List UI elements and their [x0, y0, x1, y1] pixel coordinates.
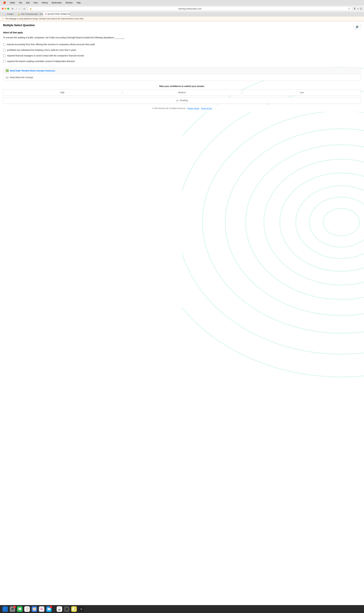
read-concept-label: Read About the Concept [10, 76, 33, 79]
svg-point-2 [296, 186, 364, 258]
new-tab-button[interactable]: + [357, 7, 359, 10]
option-c[interactable]: required financial managers to avoid con… [3, 54, 361, 57]
option-b[interactable]: prohibited any individual from heading a… [3, 49, 361, 52]
menu-help[interactable]: Help [76, 1, 81, 4]
page-footer: © 2024 McGraw Hill. All Rights Reserved.… [3, 105, 361, 112]
option-a[interactable]: banned accounting firms from offering th… [3, 43, 361, 46]
tab-question-label: Question Mode: Multiple Select... [47, 13, 70, 15]
dock-divider [54, 607, 54, 612]
dock-calendar[interactable]: SEP 20 [57, 606, 62, 612]
menu-bar: 🍎 Safari File Edit View History Bookmark… [0, 0, 364, 5]
question-instruction: Select all that apply [3, 31, 361, 34]
reload-button[interactable]: ↺ [348, 7, 350, 10]
question-header: Multiple Select Question 🔊 [3, 24, 361, 29]
svg-point-5 [246, 145, 364, 300]
calendar-month: SEP [58, 607, 61, 609]
dock-safari[interactable]: 🧭 [32, 606, 37, 612]
menu-safari[interactable]: Safari [9, 1, 16, 4]
option-c-checkbox[interactable] [3, 54, 5, 57]
dock-items: 🔵 ⊞ 142 💬 📋 🧭 🌸 ✉️ 6 SEP 20 ⊞ 📝 tv [2, 606, 84, 612]
browser-chrome: ⊞ ‹ › ⊙ 🔒 learning.mheducation.com ↺ ⬆ +… [0, 5, 364, 21]
maximize-button[interactable] [7, 8, 9, 10]
energy-warning-text: This webpage is using significant energy… [5, 18, 84, 20]
question-body: To oversee the auditing of public compan… [3, 36, 361, 39]
dock-bar: 🔵 ⊞ 142 💬 📋 🧭 🌸 ✉️ 6 SEP 20 ⊞ 📝 tv [0, 605, 364, 613]
warning-close-button[interactable]: ✕ [2, 17, 4, 20]
dock-finder[interactable]: 🔵 [2, 606, 8, 612]
options-list: banned accounting firms from offering th… [3, 43, 361, 63]
option-d-checkbox[interactable] [3, 60, 5, 63]
extensions-button[interactable]: ⊡ [360, 7, 362, 10]
help-section: ✅ Need help? Review these concept resour… [3, 67, 361, 81]
minimize-button[interactable] [5, 8, 6, 10]
menu-history[interactable]: History [41, 1, 48, 4]
nav-controls: ⊞ ‹ › [11, 7, 21, 10]
tab-content[interactable]: 📊 Content [2, 12, 16, 16]
audio-button[interactable]: 🔊 [354, 24, 361, 29]
svg-point-6 [225, 129, 364, 316]
terms-of-use-link[interactable]: Terms of Use [201, 107, 212, 109]
menu-window[interactable]: Window [65, 1, 73, 4]
check-circle-icon: ✅ [6, 69, 9, 72]
browser-tabs: 📊 Content 🔒 Unit 2 Overview.mp4 – Google… [0, 12, 364, 16]
tab-question[interactable]: M Question Mode: Multiple Select... [43, 12, 70, 16]
menu-bookmarks[interactable]: Bookmarks [51, 1, 62, 4]
tab-unit2-favicon: 🔒 [18, 13, 20, 15]
privacy-center-link[interactable]: Privacy Center [187, 107, 199, 109]
footer-links: Privacy Center Terms of Use [187, 107, 212, 109]
menu-file[interactable]: File [18, 1, 23, 4]
confidence-low-button[interactable]: Low [243, 89, 361, 96]
option-b-text: prohibited any individual from heading a… [7, 49, 76, 52]
energy-warning-bar: ✕ This webpage is using significant ener… [0, 16, 364, 21]
svg-point-4 [264, 159, 364, 285]
question-title: Multiple Select Question [3, 24, 35, 27]
toolbar-actions: ⬆ + ⊡ [353, 7, 362, 10]
content-area: .spiral-line { fill: none; stroke: #00c8… [0, 21, 364, 605]
dock-notes[interactable]: 📝 [71, 606, 77, 612]
book-icon: 📖 [6, 76, 9, 79]
back-button[interactable]: ‹ [15, 7, 17, 10]
option-a-checkbox[interactable] [3, 43, 5, 46]
tab-unit2[interactable]: 🔒 Unit 2 Overview.mp4 – Google... [16, 12, 43, 16]
menu-view[interactable]: View [33, 1, 38, 4]
option-d-text: required the board's auditing committee … [7, 60, 75, 63]
confidence-buttons-row: High Medium Low [3, 89, 361, 96]
option-b-checkbox[interactable] [3, 49, 5, 51]
url-text: learning.mheducation.com [33, 8, 347, 10]
close-button[interactable] [2, 8, 4, 10]
confidence-high-button[interactable]: High [3, 89, 121, 96]
reading-icon: 📖 [176, 99, 179, 102]
dock-mail[interactable]: ✉️ 6 [46, 606, 52, 612]
dock-reminders[interactable]: 📋 [24, 606, 30, 612]
menu-edit[interactable]: Edit [26, 1, 30, 4]
tab-question-favicon: M [45, 13, 47, 15]
confidence-label: Rate your confidence to submit your answ… [3, 85, 361, 87]
address-bar[interactable]: 🔒 learning.mheducation.com ↺ [28, 7, 352, 11]
dock-photos[interactable]: 🌸 [39, 606, 44, 612]
dock-launchpad[interactable]: ⊞ 142 [10, 606, 15, 612]
confidence-section: Rate your confidence to submit your answ… [3, 82, 361, 105]
help-toggle-button[interactable]: ✅ Need help? Review these concept resour… [3, 67, 361, 74]
appletv-label: tv [80, 608, 82, 610]
read-concept-item[interactable]: 📖 Read About the Concept [3, 74, 361, 80]
mail-badge: 6 [50, 606, 52, 608]
question-container: Multiple Select Question 🔊 Select all th… [0, 21, 364, 114]
reading-button[interactable]: 📖 Reading [3, 97, 361, 104]
share-button[interactable]: ⬆ [353, 7, 356, 10]
svg-point-8 [182, 90, 364, 354]
dock-appletv[interactable]: tv [78, 606, 84, 612]
option-d[interactable]: required the board's auditing committee … [3, 60, 361, 63]
window-controls [2, 8, 9, 10]
sidebar-toggle-button[interactable]: ⊞ [11, 7, 14, 10]
copyright-text: © 2024 McGraw Hill. All Rights Reserved. [152, 107, 186, 109]
svg-point-1 [310, 197, 364, 247]
forward-button[interactable]: › [18, 7, 21, 10]
dock-grid[interactable]: ⊞ [64, 606, 69, 612]
apple-menu[interactable]: 🍎 [2, 1, 7, 4]
lock-icon: 🔒 [30, 8, 32, 10]
reading-label: Reading [180, 99, 188, 102]
reader-button[interactable]: ⊙ [22, 7, 26, 11]
confidence-medium-button[interactable]: Medium [123, 89, 241, 96]
tab-content-label: Content [7, 13, 13, 15]
dock-messages[interactable]: 💬 [17, 606, 23, 612]
